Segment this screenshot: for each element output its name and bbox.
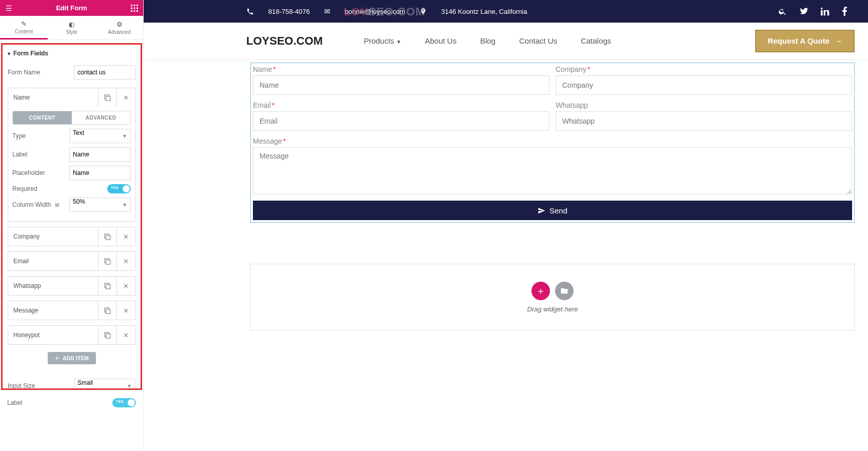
contrast-icon: ◐ [69, 21, 74, 28]
gear-icon: ⚙ [116, 21, 123, 28]
close-icon[interactable]: ✕ [116, 252, 135, 270]
field-message-header[interactable]: Message [8, 307, 98, 314]
type-value: Text [73, 129, 84, 136]
svg-rect-14 [106, 260, 110, 264]
nav-blog[interactable]: Blog [480, 36, 496, 45]
svg-rect-20 [106, 334, 110, 338]
field-email-header[interactable]: Email [8, 258, 98, 265]
close-icon[interactable]: ✕ [116, 227, 135, 246]
nav-products[interactable]: Products▼ [364, 36, 401, 45]
tab-advanced[interactable]: ⚙ Advanced [95, 16, 143, 40]
field-whatsapp-header[interactable]: Whatsapp [8, 282, 98, 289]
form-fields-panel: ▾ Form Fields Form Name Name ✕ CONTENT A… [1, 43, 142, 390]
twitter-icon[interactable] [799, 7, 808, 16]
duplicate-icon[interactable] [98, 227, 116, 246]
close-icon[interactable]: ✕ [116, 301, 135, 320]
label-input[interactable] [69, 147, 131, 162]
desktop-icon[interactable]: 🖥 [54, 202, 60, 208]
svg-rect-2 [136, 5, 138, 6]
tab-style[interactable]: ◐ Style [48, 16, 95, 40]
brand-logo[interactable]: LOYSEO.COM [246, 34, 323, 48]
below-panel: Label YES [0, 392, 143, 416]
column-width-label: Column Width [12, 201, 51, 208]
nav-catalogs[interactable]: Catalogs [581, 36, 611, 45]
site-navbar: LOYSEO.COM Products▼ About Us Blog Conta… [144, 23, 868, 60]
sidebar-header: ☰ Edit Form [0, 0, 143, 16]
field-name-header[interactable]: Name [8, 94, 98, 101]
svg-rect-4 [134, 7, 135, 9]
svg-rect-12 [106, 235, 110, 239]
field-item-name: Name ✕ CONTENT ADVANCED Type Text Label [8, 88, 135, 222]
add-section-button[interactable]: ＋ [531, 282, 550, 300]
toggle-yes-text: YES [111, 186, 119, 189]
apps-grid-icon[interactable] [129, 3, 140, 14]
linkedin-icon[interactable] [821, 7, 830, 16]
arrow-right-icon: → [835, 36, 842, 45]
form-name-row: Form Name [8, 65, 135, 80]
form-company-input[interactable] [556, 75, 852, 95]
topbar-email: bonnie@loyseo.com [345, 8, 405, 15]
subtab-content[interactable]: CONTENT [13, 111, 72, 124]
input-size-label: Input Size [8, 382, 35, 389]
send-button[interactable]: Send [253, 201, 852, 220]
close-icon[interactable]: ✕ [116, 326, 135, 344]
svg-rect-7 [134, 10, 135, 12]
form-email-label: Email* [253, 101, 549, 109]
column-width-select[interactable]: 50% [69, 198, 131, 212]
form-message-label: Message* [253, 137, 852, 145]
duplicate-icon[interactable] [98, 252, 116, 270]
chevron-down-icon: ▾ [8, 51, 10, 56]
form-name-input[interactable] [253, 75, 549, 95]
nav-contact[interactable]: Contact Us [519, 36, 557, 45]
facebook-icon[interactable] [842, 7, 847, 16]
send-label: Send [549, 206, 567, 215]
template-library-button[interactable] [555, 282, 574, 300]
tab-content[interactable]: ✎ Content [0, 16, 48, 40]
svg-rect-6 [131, 10, 132, 12]
field-item-honeypot: Honeypot✕ [8, 325, 135, 345]
add-item-button[interactable]: ＋ ADD ITEM [48, 352, 96, 364]
nav-about[interactable]: About Us [425, 36, 457, 45]
close-icon[interactable]: ✕ [116, 88, 135, 107]
svg-rect-3 [131, 7, 132, 9]
field-company-header[interactable]: Company [8, 233, 98, 240]
form-whatsapp-label: Whatsapp [556, 101, 852, 109]
section-form-fields[interactable]: ▾ Form Fields [8, 47, 135, 60]
tab-style-label: Style [66, 29, 77, 35]
field-subtabs: CONTENT ADVANCED [12, 111, 131, 125]
placeholder-input[interactable] [69, 166, 131, 180]
section-title-label: Form Fields [13, 50, 48, 57]
subtab-advanced[interactable]: ADVANCED [72, 111, 131, 124]
duplicate-icon[interactable] [98, 301, 116, 320]
form-name-input[interactable] [74, 65, 135, 80]
sidebar-title: Edit Form [14, 4, 129, 12]
site-topbar: 818-758-4076 ✉ bonnie@loyseo.com 3146 Ko… [144, 0, 868, 23]
request-quote-button[interactable]: Request A Quote → [755, 30, 855, 52]
plus-icon: ＋ [54, 355, 60, 362]
envelope-icon: ✉ [324, 7, 330, 15]
form-message-input[interactable] [253, 147, 852, 194]
duplicate-icon[interactable] [98, 277, 116, 295]
nav-products-label: Products [364, 36, 394, 45]
editor-sidebar: ☰ Edit Form ✎ Content ◐ Style ⚙ Advanced… [0, 0, 144, 451]
required-label: Required [12, 185, 37, 192]
form-whatsapp-input[interactable] [556, 111, 852, 131]
field-honeypot-header[interactable]: Honeypot [8, 331, 98, 339]
form-email-input[interactable] [253, 111, 549, 131]
nav-menu: Products▼ About Us Blog Contact Us Catal… [364, 36, 611, 45]
search-icon[interactable] [778, 7, 787, 16]
required-toggle[interactable]: YES [107, 184, 131, 193]
topbar-address: 3146 Koontz Lane, California [441, 8, 527, 15]
form-widget[interactable]: Name* Company* Email* Whatsapp Message* [250, 63, 855, 223]
label-toggle[interactable]: YES [112, 398, 136, 407]
menu-icon[interactable]: ☰ [3, 3, 14, 14]
field-item-message: Message✕ [8, 301, 135, 320]
duplicate-icon[interactable] [98, 326, 116, 344]
type-select[interactable]: Text [69, 129, 131, 143]
widget-drop-area[interactable]: ＋ Drag widget here [250, 264, 855, 330]
close-icon[interactable]: ✕ [116, 277, 135, 295]
input-size-select[interactable]: Small [74, 379, 135, 390]
tab-content-label: Content [15, 29, 33, 34]
duplicate-icon[interactable] [98, 88, 116, 107]
drop-text: Drag widget here [527, 305, 578, 313]
